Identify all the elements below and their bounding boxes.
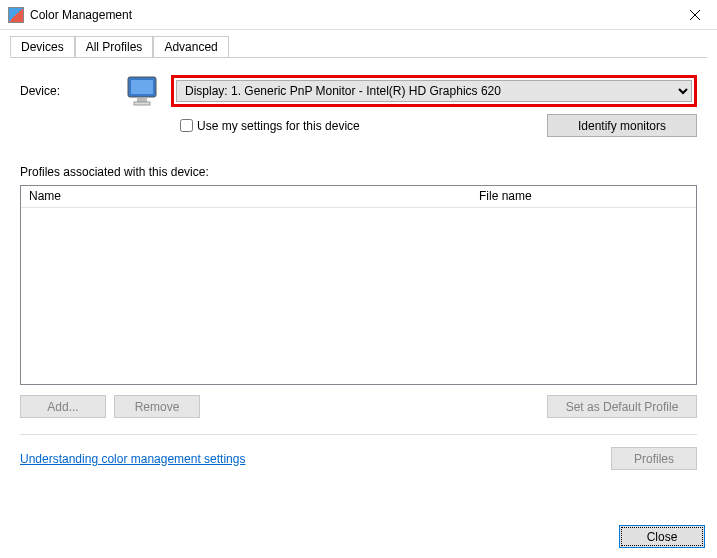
use-settings-text: Use my settings for this device — [197, 119, 360, 133]
svg-rect-1 — [131, 80, 153, 94]
monitor-icon — [125, 74, 161, 108]
profiles-list[interactable]: Name File name — [20, 185, 697, 385]
device-select-highlight: Display: 1. Generic PnP Monitor - Intel(… — [171, 75, 697, 107]
title-bar: Color Management — [0, 0, 717, 30]
tab-devices[interactable]: Devices — [10, 36, 75, 57]
close-window-button[interactable] — [672, 0, 717, 30]
column-header-name[interactable]: Name — [21, 186, 471, 207]
column-header-filename[interactable]: File name — [471, 186, 540, 207]
use-settings-checkbox-label[interactable]: Use my settings for this device — [180, 119, 547, 133]
window-title: Color Management — [30, 8, 672, 22]
remove-button: Remove — [114, 395, 200, 418]
profiles-section-label: Profiles associated with this device: — [20, 165, 697, 179]
svg-rect-2 — [137, 98, 147, 102]
add-button: Add... — [20, 395, 106, 418]
profiles-button: Profiles — [611, 447, 697, 470]
help-link[interactable]: Understanding color management settings — [20, 452, 611, 466]
device-select[interactable]: Display: 1. Generic PnP Monitor - Intel(… — [176, 80, 692, 102]
device-label: Device: — [20, 84, 125, 98]
app-icon — [8, 7, 24, 23]
profiles-list-header: Name File name — [21, 186, 696, 208]
tab-all-profiles[interactable]: All Profiles — [75, 36, 154, 57]
use-settings-checkbox[interactable] — [180, 119, 193, 132]
tab-advanced[interactable]: Advanced — [153, 36, 228, 57]
tab-bar: Devices All Profiles Advanced — [10, 36, 707, 58]
close-button[interactable]: Close — [619, 525, 705, 548]
divider — [20, 434, 697, 435]
identify-monitors-button[interactable]: Identify monitors — [547, 114, 697, 137]
svg-rect-3 — [134, 102, 150, 105]
set-default-button: Set as Default Profile — [547, 395, 697, 418]
